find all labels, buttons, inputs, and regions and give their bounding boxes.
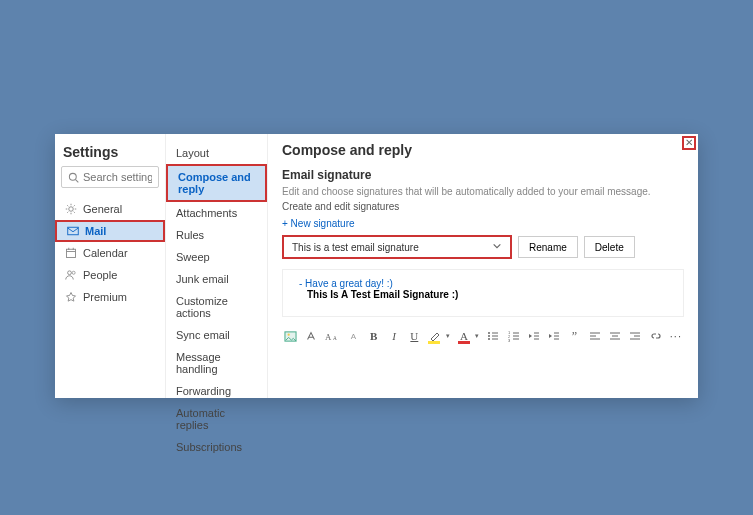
font-color-chevron-icon[interactable]: ▾: [475, 332, 479, 340]
close-button[interactable]: ✕: [682, 136, 696, 150]
highlight-chevron-icon[interactable]: ▾: [446, 332, 450, 340]
editor-line-2: This Is A Test Email Signature :): [299, 289, 667, 300]
nav-general[interactable]: General: [55, 198, 165, 220]
bold-button[interactable]: B: [368, 329, 380, 343]
svg-point-0: [69, 173, 76, 180]
svg-text:A: A: [325, 332, 332, 342]
section-title-signature: Email signature: [282, 168, 684, 182]
number-list-icon[interactable]: 123: [507, 329, 519, 343]
font-size-icon[interactable]: AA: [325, 329, 339, 343]
signature-row: This is a test email signature Rename De…: [282, 235, 684, 259]
chevron-down-icon: [492, 241, 502, 253]
align-left-icon[interactable]: [589, 329, 601, 343]
svg-point-8: [68, 271, 72, 275]
new-signature-link[interactable]: + New signature: [282, 218, 355, 229]
subnav-message-handling[interactable]: Message handling: [166, 346, 267, 380]
signature-select-value: This is a test email signature: [292, 242, 419, 253]
mail-icon: [67, 225, 79, 237]
subnav-customize[interactable]: Customize actions: [166, 290, 267, 324]
bullet-list-icon[interactable]: [487, 329, 499, 343]
subnav-rules[interactable]: Rules: [166, 224, 267, 246]
nav-calendar[interactable]: Calendar: [55, 242, 165, 264]
nav-mail[interactable]: Mail: [55, 220, 165, 242]
signature-hint-1: Edit and choose signatures that will be …: [282, 186, 684, 197]
premium-icon: [65, 291, 77, 303]
italic-button[interactable]: I: [388, 329, 400, 343]
svg-point-12: [288, 333, 290, 335]
subnav-compose-reply[interactable]: Compose and reply: [166, 164, 267, 202]
link-icon[interactable]: [649, 329, 661, 343]
nav-general-label: General: [83, 203, 122, 215]
settings-subnav: Layout Compose and reply Attachments Rul…: [166, 134, 268, 398]
svg-text:3: 3: [508, 338, 511, 342]
subnav-sync[interactable]: Sync email: [166, 324, 267, 346]
subnav-forwarding[interactable]: Forwarding: [166, 380, 267, 402]
nav-people-label: People: [83, 269, 117, 281]
settings-title: Settings: [55, 142, 165, 166]
subnav-junk[interactable]: Junk email: [166, 268, 267, 290]
subnav-attachments[interactable]: Attachments: [166, 202, 267, 224]
people-icon: [65, 269, 77, 281]
settings-window: ✕ Settings General Mail Calendar People …: [55, 134, 698, 398]
search-icon: [68, 172, 79, 183]
signature-hint-2: Create and edit signatures: [282, 201, 684, 212]
svg-point-2: [69, 207, 74, 212]
subnav-sweep[interactable]: Sweep: [166, 246, 267, 268]
panel-compose-reply: Compose and reply Email signature Edit a…: [268, 134, 698, 398]
nav-premium[interactable]: Premium: [55, 286, 165, 308]
svg-point-15: [488, 332, 490, 334]
svg-point-16: [488, 335, 490, 337]
svg-rect-3: [68, 227, 79, 235]
outdent-icon[interactable]: [528, 329, 540, 343]
svg-line-1: [76, 179, 79, 182]
calendar-icon: [65, 247, 77, 259]
underline-button[interactable]: U: [408, 329, 420, 343]
subnav-layout[interactable]: Layout: [166, 142, 267, 164]
gear-icon: [65, 203, 77, 215]
font-color-button[interactable]: A: [458, 329, 470, 343]
panel-title: Compose and reply: [282, 142, 684, 158]
rename-button[interactable]: Rename: [518, 236, 578, 258]
editor-toolbar: AA A B I U ▾ A ▾ 123 ” ···: [282, 325, 684, 347]
svg-point-9: [72, 271, 75, 274]
svg-rect-4: [67, 249, 76, 257]
nav-premium-label: Premium: [83, 291, 127, 303]
more-button[interactable]: ···: [670, 329, 682, 343]
nav-mail-label: Mail: [85, 225, 106, 237]
search-input[interactable]: [83, 171, 152, 183]
nav-people[interactable]: People: [55, 264, 165, 286]
search-input-wrap[interactable]: [61, 166, 159, 188]
editor-line-1: Have a great day! :): [305, 278, 393, 289]
insert-image-icon[interactable]: [284, 329, 297, 343]
font-icon[interactable]: [305, 329, 317, 343]
svg-point-17: [488, 338, 490, 340]
quote-icon[interactable]: ”: [568, 329, 580, 343]
align-right-icon[interactable]: [629, 329, 641, 343]
align-center-icon[interactable]: [609, 329, 621, 343]
subnav-subscriptions[interactable]: Subscriptions: [166, 436, 267, 458]
indent-icon[interactable]: [548, 329, 560, 343]
settings-primary-nav: Settings General Mail Calendar People Pr…: [55, 134, 166, 398]
signature-select[interactable]: This is a test email signature: [282, 235, 512, 259]
svg-text:A: A: [333, 335, 337, 341]
highlight-button[interactable]: [428, 329, 440, 343]
subnav-auto-replies[interactable]: Automatic replies: [166, 402, 267, 436]
delete-button[interactable]: Delete: [584, 236, 635, 258]
font-size-small-icon[interactable]: A: [347, 329, 359, 343]
nav-calendar-label: Calendar: [83, 247, 128, 259]
signature-editor[interactable]: - Have a great day! :) This Is A Test Em…: [282, 269, 684, 317]
